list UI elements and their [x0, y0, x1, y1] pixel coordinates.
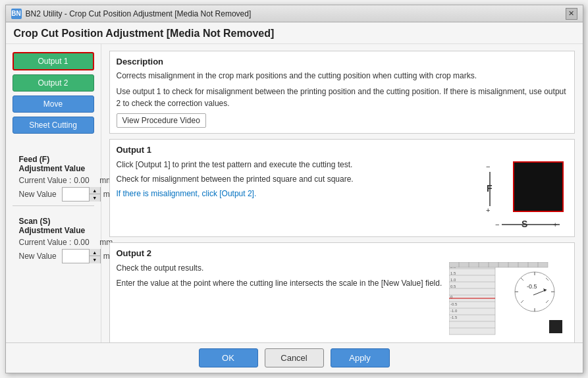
scan-new-label: New Value: [19, 252, 57, 261]
svg-text:-0.5: -0.5: [450, 302, 458, 306]
svg-text:-1.0: -1.0: [450, 309, 458, 313]
scan-current-label: Current Value :: [19, 238, 72, 247]
scale-diagram-svg: 2.0 1.5 1.0 0.5 0 -0.5 -1.0 -1.5: [449, 262, 568, 341]
output1-diagram: − F + − S +: [482, 159, 568, 231]
content-area: Output 1 Output 2 Move Sheet Cutting Fee…: [6, 44, 583, 342]
scan-new-spinbox[interactable]: 0.00 ▲ ▼: [62, 249, 101, 263]
output2-button[interactable]: Output 2: [13, 74, 94, 92]
output1-title: Output 1: [117, 145, 568, 155]
svg-rect-0: [514, 162, 563, 211]
window-title: BN2 Utility - Crop Cut Position Adjustme…: [26, 9, 252, 18]
feed-spin-up[interactable]: ▲: [90, 187, 100, 194]
view-video-button[interactable]: View Procedure Video: [117, 113, 206, 128]
main-window: BN BN2 Utility - Crop Cut Position Adjus…: [5, 5, 583, 373]
scan-spin-down[interactable]: ▼: [90, 256, 100, 263]
svg-text:1.0: 1.0: [450, 278, 456, 282]
output1-line2: Check for misalignment between the print…: [117, 173, 477, 185]
svg-text:-0.5: -0.5: [527, 283, 537, 290]
scan-spin-buttons: ▲ ▼: [89, 249, 100, 263]
scan-spin-up[interactable]: ▲: [90, 249, 100, 256]
output1-line3-text: If there is misalignment, click [Output …: [117, 189, 257, 198]
output1-box: Output 1 Click [Output 1] to print the t…: [109, 139, 575, 237]
svg-text:0.5: 0.5: [450, 284, 456, 288]
scan-new-input[interactable]: 0.00: [63, 250, 89, 263]
title-bar: BN BN2 Utility - Crop Cut Position Adjus…: [6, 5, 583, 22]
f-axis-label: F: [487, 183, 493, 194]
app-icon: BN: [11, 9, 22, 19]
output2-text: Check the output results. Enter the valu…: [117, 262, 444, 341]
f-plus-label: +: [486, 206, 490, 214]
output1-content: Click [Output 1] to print the test patte…: [117, 159, 568, 231]
output2-title: Output 2: [117, 248, 568, 258]
close-button[interactable]: ✕: [566, 8, 577, 20]
fs-diagram-svg: − F + − S +: [482, 159, 568, 231]
feed-adjustment-title: Feed (F) Adjustment Value: [19, 155, 88, 173]
output2-diagram: 2.0 1.5 1.0 0.5 0 -0.5 -1.0 -1.5: [449, 262, 568, 341]
scan-current-row: Current Value : 0.00 mm: [19, 238, 88, 247]
left-panel: Output 1 Output 2 Move Sheet Cutting Fee…: [6, 44, 101, 342]
page-title: Crop Cut Position Adjustment [Media Not …: [6, 22, 583, 44]
scan-adjustment-title: Scan (S) Adjustment Value: [19, 217, 88, 235]
scan-adjustment-section: Scan (S) Adjustment Value Current Value …: [13, 210, 94, 263]
feed-new-row: New Value 0.00 ▲ ▼ mm: [19, 187, 88, 202]
description-text2: Use output 1 to check for misalignment b…: [117, 86, 568, 109]
feed-new-label: New Value: [19, 190, 57, 199]
description-box: Description Corrects misalignment in the…: [109, 51, 575, 134]
s-minus-label: −: [495, 221, 499, 229]
f-minus-label: −: [486, 163, 490, 171]
move-button[interactable]: Move: [13, 95, 94, 113]
apply-button[interactable]: Apply: [331, 348, 390, 367]
output1-line3: If there is misalignment, click [Output …: [117, 188, 477, 200]
feed-spin-down[interactable]: ▼: [90, 194, 100, 202]
svg-rect-35: [549, 320, 562, 333]
feed-current-row: Current Value : 0.00 mm: [19, 176, 88, 185]
feed-spin-buttons: ▲ ▼: [89, 187, 100, 202]
feed-new-spinbox[interactable]: 0.00 ▲ ▼: [62, 187, 101, 202]
output2-line2: Enter the value at the point where the c…: [117, 277, 444, 290]
s-plus-label: +: [553, 221, 557, 229]
output1-button[interactable]: Output 1: [13, 52, 94, 70]
sheet-cutting-button[interactable]: Sheet Cutting: [13, 117, 94, 134]
cancel-button[interactable]: Cancel: [265, 348, 324, 367]
svg-text:-1.5: -1.5: [450, 315, 458, 319]
footer: OK Cancel Apply: [6, 342, 583, 373]
output2-line1: Check the output results.: [117, 262, 444, 275]
right-panel: Description Corrects misalignment in the…: [101, 44, 583, 342]
scan-new-row: New Value 0.00 ▲ ▼ mm: [19, 249, 88, 263]
feed-current-value: 0.00: [74, 176, 97, 185]
description-text1: Corrects misalignment in the crop mark p…: [117, 70, 568, 82]
feed-new-input[interactable]: 0.00: [63, 188, 89, 201]
ok-button[interactable]: OK: [199, 348, 258, 367]
output2-content: Check the output results. Enter the valu…: [117, 262, 568, 341]
svg-text:1.5: 1.5: [450, 271, 456, 275]
output1-line1: Click [Output 1] to print the test patte…: [117, 159, 477, 171]
output1-text: Click [Output 1] to print the test patte…: [117, 159, 477, 231]
s-axis-label: S: [521, 219, 527, 229]
output2-box: Output 2 Check the output results. Enter…: [109, 242, 575, 342]
title-bar-left: BN BN2 Utility - Crop Cut Position Adjus…: [11, 9, 252, 19]
feed-adjustment-section: Feed (F) Adjustment Value Current Value …: [13, 148, 94, 202]
feed-current-label: Current Value :: [19, 176, 72, 185]
description-title: Description: [117, 57, 568, 67]
scan-current-value: 0.00: [74, 238, 97, 247]
